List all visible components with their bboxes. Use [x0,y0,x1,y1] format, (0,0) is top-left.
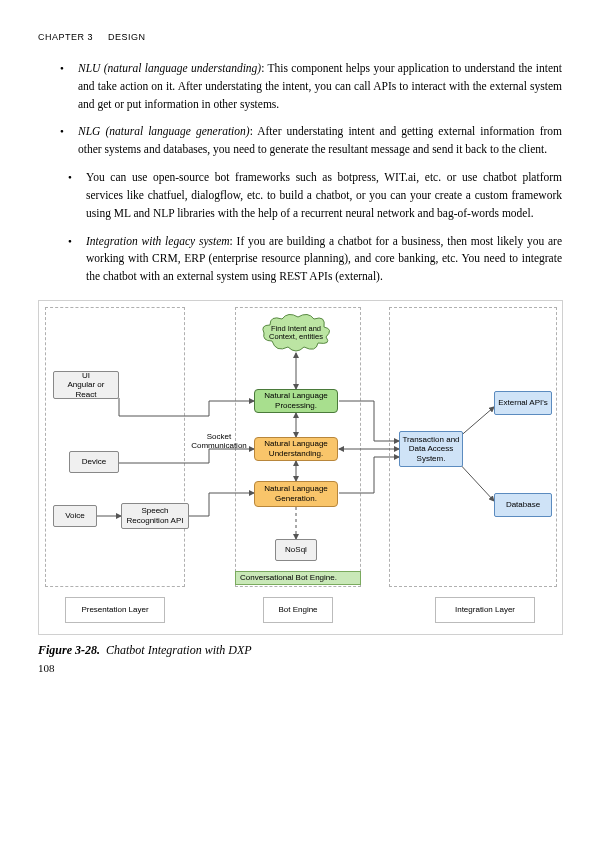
nlg-term: NLG (natural language generation) [78,125,250,137]
box-voice: Voice [53,505,97,527]
bullet-frameworks: You can use open-source bot frameworks s… [68,169,562,222]
box-ui: UI Angular or React [53,371,119,399]
cloud-intent: Find Intent and Context, entities [260,313,332,353]
cloud-text: Find Intent and Context, entities [260,325,332,342]
box-nlp: Natural Language Processing. [254,389,338,413]
bullet-nlu: NLU (natural language understanding): Th… [60,60,562,113]
box-nosql: NoSql [275,539,317,561]
box-device: Device [69,451,119,473]
layer-bot: Bot Engine [263,597,333,623]
box-nlu: Natural Language Understanding. [254,437,338,461]
figure-caption-text: Chatbot Integration with DXP [106,643,252,657]
chapter-header: CHAPTER 3 DESIGN [38,32,562,42]
engine-band: Conversational Bot Engine. [235,571,361,585]
layer-presentation: Presentation Layer [65,597,165,623]
label-socket: Socket Communication [189,433,249,451]
frameworks-text: You can use open-source bot frameworks s… [86,171,562,219]
box-external: External API's [494,391,552,415]
figure-caption: Figure 3-28.Chatbot Integration with DXP [38,643,562,658]
layer-integration: Integration Layer [435,597,535,623]
inner-bullet-list: NLU (natural language understanding): Th… [38,60,562,159]
page-number: 108 [38,662,562,674]
box-speech: Speech Recognition API [121,503,189,529]
integration-term: Integration with legacy system [86,235,230,247]
outer-bullet-list: You can use open-source bot frameworks s… [38,169,562,286]
bullet-integration: Integration with legacy system: If you a… [68,233,562,286]
box-nlg: Natural Language Generation. [254,481,338,507]
box-database: Database [494,493,552,517]
nlu-term: NLU (natural language understanding) [78,62,261,74]
box-transaction: Transaction and Data Access System. [399,431,463,467]
figure-diagram: Find Intent and Context, entities UI Ang… [38,300,563,635]
figure-number: Figure 3-28. [38,643,100,657]
chapter-number: CHAPTER 3 [38,32,93,42]
chapter-title: DESIGN [108,32,146,42]
bullet-nlg: NLG (natural language generation): After… [60,123,562,159]
